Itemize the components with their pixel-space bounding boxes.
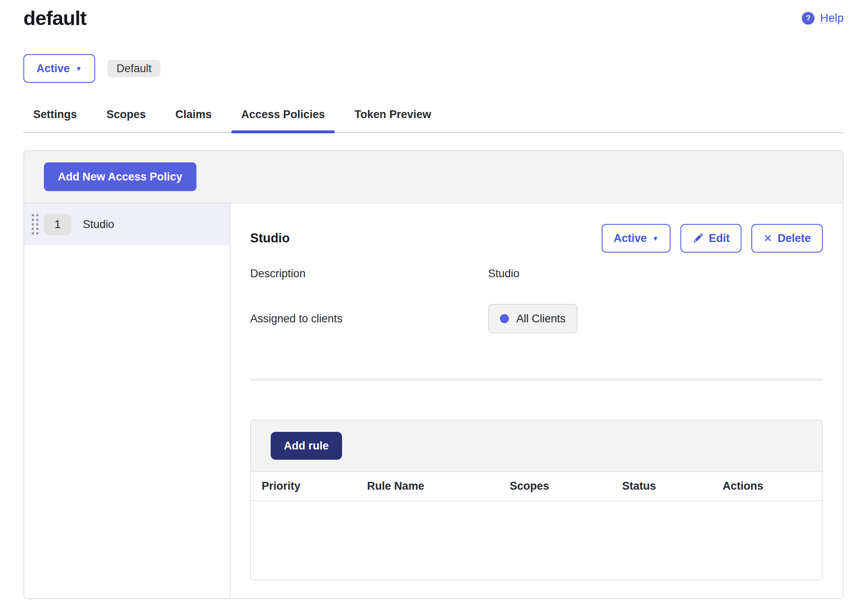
delete-policy-button[interactable]: ✕ Delete [751,224,823,253]
access-policies-panel: Add New Access Policy 1 [23,150,844,599]
help-link[interactable]: ? Help [802,11,844,25]
column-status: Status [622,480,723,493]
tab-scopes[interactable]: Scopes [97,108,156,132]
rules-table-header: Priority Rule Name Scopes Status Actions [251,472,822,501]
tab-bar: Settings Scopes Claims Access Policies T… [23,108,844,133]
status-row: Active ▼ Default [23,54,844,83]
page-title: default [23,7,87,30]
server-status-label: Active [37,62,70,75]
radio-selected-icon [500,314,509,323]
top-bar: default ? Help [0,0,867,30]
section-divider [250,379,823,380]
rules-table-empty-body [251,501,822,579]
add-rule-button[interactable]: Add rule [271,432,342,460]
policy-detail-header: Studio Active ▼ Edit [250,224,823,253]
edit-policy-button[interactable]: Edit [680,224,742,253]
policy-item-label: Studio [83,218,114,231]
policy-status-dropdown[interactable]: Active ▼ [602,224,671,253]
edit-button-label: Edit [709,232,730,245]
server-status-dropdown[interactable]: Active ▼ [23,54,95,83]
rules-section: Add rule Priority Rule Name Scopes Statu… [250,420,823,580]
assigned-clients-row: Assigned to clients All Clients [250,304,823,333]
tab-settings[interactable]: Settings [23,108,87,132]
help-label: Help [820,11,844,25]
policy-list-item-studio[interactable]: 1 Studio [24,203,230,245]
description-value: Studio [488,267,823,280]
column-priority: Priority [262,480,367,493]
policy-list: 1 Studio [24,203,230,598]
column-actions: Actions [723,480,811,493]
all-clients-label: All Clients [516,313,566,325]
chevron-down-icon: ▼ [652,235,659,242]
close-icon: ✕ [763,233,772,244]
policy-status-label: Active [614,232,647,245]
rules-toolbar: Add rule [251,420,822,472]
policy-priority-badge: 1 [44,214,71,235]
policies-toolbar: Add New Access Policy [24,151,843,203]
description-row: Description Studio [250,267,823,280]
description-label: Description [250,267,488,280]
chevron-down-icon: ▼ [75,66,82,72]
tab-access-policies[interactable]: Access Policies [231,108,335,132]
policy-detail: Studio Active ▼ Edit [230,203,843,598]
default-badge: Default [107,60,161,77]
column-rule-name: Rule Name [367,480,510,493]
add-new-access-policy-button[interactable]: Add New Access Policy [44,162,196,191]
delete-button-label: Delete [778,232,811,245]
assigned-clients-label: Assigned to clients [250,313,488,325]
all-clients-chip: All Clients [488,304,577,333]
column-scopes: Scopes [510,480,622,493]
tab-claims[interactable]: Claims [166,108,222,132]
policy-actions: Active ▼ Edit ✕ Delete [602,224,823,253]
tab-token-preview[interactable]: Token Preview [345,108,441,132]
pencil-icon [692,233,703,244]
policy-name-heading: Studio [250,231,290,246]
panel-body: 1 Studio Studio Active ▼ [24,203,843,598]
drag-handle-icon[interactable] [31,213,41,236]
help-icon: ? [802,12,815,25]
